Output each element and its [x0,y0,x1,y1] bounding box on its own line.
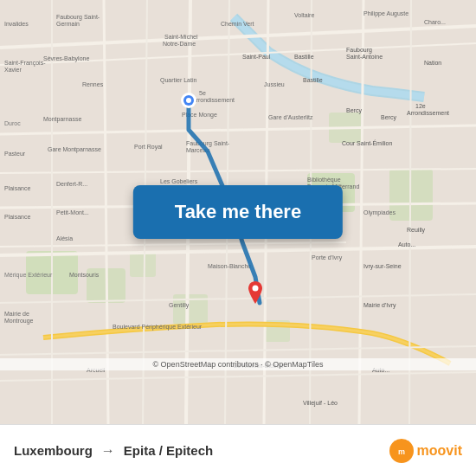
svg-text:Porte d'Ivry: Porte d'Ivry [312,254,343,261]
map-attribution: © OpenStreetMap contributors · © OpenMap… [0,358,476,370]
svg-text:Sèvres-Babylone: Sèvres-Babylone [43,55,89,62]
svg-text:12e: 12e [415,103,426,109]
svg-text:Cour Saint-Émilion: Cour Saint-Émilion [342,139,392,146]
moovit-logo: m moovit [389,439,462,463]
svg-text:Plaisance: Plaisance [4,185,30,191]
svg-text:Pasteur: Pasteur [4,151,26,157]
svg-text:Montparnasse: Montparnasse [43,116,81,123]
svg-text:Jussieu: Jussieu [264,81,285,87]
svg-text:Saint-François-: Saint-François- [4,60,46,67]
svg-text:Port Royal: Port Royal [134,144,163,151]
svg-text:Reuilly: Reuilly [407,227,426,234]
svg-text:Bastille: Bastille [294,54,314,60]
take-me-there-button[interactable]: Take me there [133,185,343,239]
moovit-brand-text: moovit [417,443,462,459]
svg-text:Villejuif - Léo: Villejuif - Léo [303,400,338,407]
svg-text:Bercy: Bercy [346,107,362,114]
svg-text:Denfert-R...: Denfert-R... [56,181,87,187]
svg-text:Les Gobeliers: Les Gobeliers [160,178,198,184]
svg-text:Invalides: Invalides [4,21,29,27]
svg-text:Duroc: Duroc [4,120,21,126]
svg-text:Xavier: Xavier [4,67,23,73]
svg-text:Ivry-sur-Seine: Ivry-sur-Seine [363,263,402,270]
map-container: Invalides Faubourg Saint- Germain Saint-… [0,0,476,424]
destination-label: Epita / Epitech [124,443,213,458]
svg-text:Faubourg Saint-: Faubourg Saint- [56,14,100,21]
svg-text:Faubourg: Faubourg [346,47,372,54]
bottom-bar: Luxembourg → Epita / Epitech m moovit [0,424,476,476]
svg-text:Boulevard Périphérique Extérie: Boulevard Périphérique Extérieur [113,324,203,331]
svg-text:Maison-Blanche: Maison-Blanche [208,263,251,269]
svg-text:Gare d'Austerlitz: Gare d'Austerlitz [268,114,313,120]
svg-text:Plaisance: Plaisance [4,214,30,220]
svg-point-94 [186,98,191,103]
svg-text:Voltaire: Voltaire [294,12,314,18]
svg-text:Faubourg Saint-: Faubourg Saint- [186,140,230,147]
svg-text:Olympiades: Olympiades [363,209,396,216]
svg-text:Arrondissement: Arrondissement [407,110,449,116]
svg-point-95 [253,286,259,292]
svg-text:Montsouris: Montsouris [69,272,100,278]
svg-text:m: m [398,447,405,455]
svg-text:Saint-Paul: Saint-Paul [242,54,271,60]
svg-text:Arrondissement: Arrondissement [192,97,235,103]
svg-text:Alésia: Alésia [56,235,73,241]
svg-rect-6 [130,251,156,277]
svg-text:Chemin Vert: Chemin Vert [221,21,254,27]
svg-text:Saint-Antoine: Saint-Antoine [346,54,383,60]
svg-text:Petit-Mont...: Petit-Mont... [56,209,89,215]
svg-text:Bastille: Bastille [303,77,323,83]
svg-text:Saint-Michel: Saint-Michel [164,34,198,40]
svg-text:Germain: Germain [56,21,80,27]
svg-text:Mérique Extérieur: Mérique Extérieur [4,272,53,279]
destination-marker [245,281,266,314]
arrow-icon: → [101,443,115,459]
svg-text:Gentilly: Gentilly [169,302,190,309]
origin-label: Luxembourg [14,443,93,458]
svg-text:Charo...: Charo... [424,19,446,25]
svg-text:Mairie de: Mairie de [4,311,29,317]
svg-text:Bibliothèque: Bibliothèque [307,177,341,183]
svg-text:Nation: Nation [424,60,441,66]
svg-text:Rennes: Rennes [82,81,104,87]
svg-text:Notre-Dame: Notre-Dame [163,41,196,47]
svg-text:Quartier Latin: Quartier Latin [160,77,197,84]
svg-text:Montrouge: Montrouge [4,318,34,325]
svg-text:Mairie d'Ivry: Mairie d'Ivry [363,302,396,309]
moovit-logo-icon: m [389,439,414,463]
svg-text:Gare Montparnasse: Gare Montparnasse [48,146,101,153]
svg-text:5e: 5e [199,90,206,96]
svg-text:Philippe Auguste: Philippe Auguste [363,10,408,17]
svg-text:Auto...: Auto... [398,241,415,248]
svg-text:Bercy: Bercy [381,114,396,121]
